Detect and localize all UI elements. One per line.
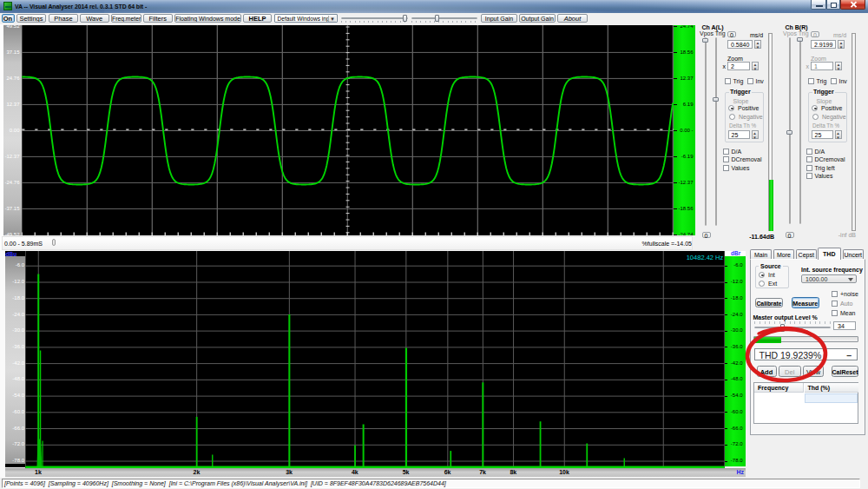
svg-text:10482.42 Hz: 10482.42 Hz [687, 254, 724, 261]
